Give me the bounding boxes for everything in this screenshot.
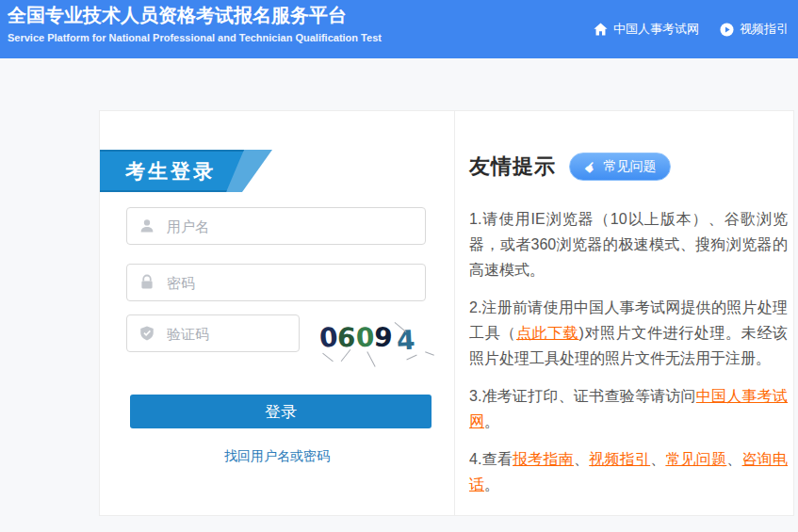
tip-text: 、: [726, 451, 741, 467]
captcha-noise-line: [425, 351, 434, 355]
main-card: 考生登录 06094 登录 找回用户名或密码 友情提示: [99, 110, 794, 516]
captcha-input[interactable]: [126, 314, 300, 352]
page-title: 全国专业技术人员资格考试报名服务平台: [8, 3, 347, 28]
tip-text: 1.请使用IE浏览器（10以上版本）、谷歌浏览器，或者360浏览器的极速模式、搜…: [469, 211, 788, 278]
tip-text: 。: [484, 476, 499, 492]
tips-title: 友情提示: [469, 153, 556, 181]
header: 全国专业技术人员资格考试报名服务平台 Service Platform for …: [0, 0, 798, 58]
captcha-noise-line: [366, 351, 375, 366]
captcha-digit: 6: [337, 322, 357, 354]
nav-link-label: 中国人事考试网: [613, 21, 699, 38]
faq-link[interactable]: 常见问题: [665, 451, 726, 467]
tip-item-3: 3.准考证打印、证书查验等请访问中国人事考试网。: [469, 383, 788, 434]
login-banner: 考生登录: [100, 150, 288, 192]
login-button[interactable]: 登录: [130, 395, 432, 428]
faq-button[interactable]: ☛ 常见问题: [569, 153, 671, 181]
page-subtitle: Service Platform for National Profession…: [8, 32, 382, 43]
tips-header: 友情提示 ☛ 常见问题: [469, 153, 671, 181]
tip-text: 、: [650, 451, 665, 467]
forgot-credentials-link[interactable]: 找回用户名或密码: [224, 448, 330, 463]
captcha-field-wrap: [126, 314, 300, 352]
tip-item-4: 4.查看报考指南、视频指引、常见问题、咨询电话。: [469, 446, 788, 497]
header-nav: 中国人事考试网 视频指引: [594, 0, 789, 58]
tip-text: 。: [484, 413, 499, 429]
tip-item-2: 2.注册前请使用中国人事考试网提供的照片处理工具（点此下载)对照片文件进行处理。…: [469, 295, 788, 371]
captcha-noise-line: [322, 353, 334, 362]
captcha-image[interactable]: 06094: [314, 315, 436, 366]
username-input[interactable]: [126, 207, 426, 245]
faq-button-label: 常见问题: [603, 158, 656, 175]
nav-link-label: 视频指引: [740, 21, 789, 38]
panel-divider: [454, 111, 455, 515]
tip-text: 4.查看: [469, 451, 513, 467]
tips-list: 1.请使用IE浏览器（10以上版本）、谷歌浏览器，或者360浏览器的极速模式、搜…: [469, 206, 788, 509]
password-input[interactable]: [126, 264, 426, 301]
forgot-link-wrap: 找回用户名或密码: [100, 447, 454, 465]
exam-guide-link[interactable]: 报考指南: [513, 451, 574, 467]
login-banner-title: 考生登录: [125, 150, 216, 192]
nav-link-video-guide[interactable]: 视频指引: [720, 21, 789, 38]
captcha-digit: 9: [373, 321, 394, 354]
captcha-digit: 4: [396, 325, 415, 357]
play-icon: [720, 23, 734, 37]
download-photo-tool-link[interactable]: 点此下载: [516, 325, 579, 341]
tip-item-1: 1.请使用IE浏览器（10以上版本）、谷歌浏览器，或者360浏览器的极速模式、搜…: [469, 206, 788, 282]
home-icon: [594, 23, 608, 36]
video-guide-link[interactable]: 视频指引: [589, 451, 650, 467]
password-field-wrap: [126, 264, 426, 301]
username-field-wrap: [126, 207, 426, 245]
nav-link-cpta-site[interactable]: 中国人事考试网: [594, 21, 699, 38]
tip-text: 3.准考证打印、证书查验等请访问: [469, 388, 696, 404]
tip-text: 、: [574, 451, 589, 467]
pointing-hand-icon: ☛: [581, 157, 600, 176]
